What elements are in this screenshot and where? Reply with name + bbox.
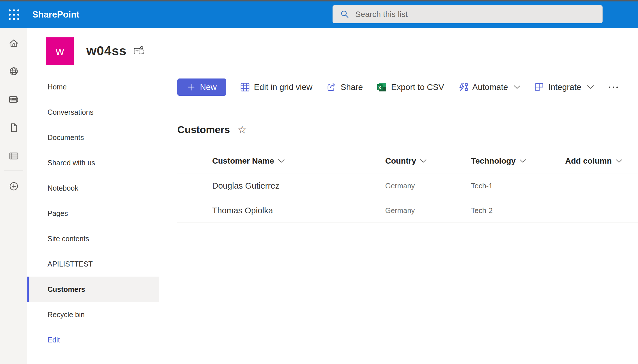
document-icon[interactable] — [8, 122, 19, 133]
search-icon — [340, 10, 350, 19]
sidebar-item-customers[interactable]: Customers — [27, 277, 159, 302]
cell-customer-name[interactable]: Thomas Opiolka — [212, 206, 273, 215]
sidebar-item-site-contents[interactable]: Site contents — [27, 226, 159, 251]
cell-technology: Tech-1 — [471, 181, 493, 190]
table-row[interactable]: Douglas Gutierrez Germany Tech-1 — [177, 173, 638, 198]
site-title[interactable]: w04ss — [86, 43, 127, 58]
site-header: w w04ss — [27, 28, 638, 74]
rail-divider — [4, 170, 23, 171]
sharepoint-logo-text[interactable]: SharePoint — [32, 9, 79, 20]
home-icon[interactable] — [8, 38, 19, 49]
site-logo[interactable]: w — [46, 37, 74, 65]
chevron-down-icon — [519, 159, 526, 163]
favorite-star-icon[interactable]: ☆ — [238, 124, 247, 135]
cell-country: Germany — [385, 181, 415, 190]
sharepoint-list-page: SharePoint w w04ss — [0, 0, 638, 364]
app-launcher-waffle-icon[interactable] — [9, 9, 19, 20]
cell-country: Germany — [385, 206, 415, 214]
add-circle-icon[interactable] — [8, 181, 19, 192]
sidebar-edit-link[interactable]: Edit — [27, 327, 159, 352]
sidebar-item-home[interactable]: Home — [27, 74, 159, 99]
main-content: New Edit in grid view Share — [159, 74, 638, 364]
nav-rail — [0, 28, 27, 364]
automate-icon — [458, 82, 468, 92]
cell-customer-name[interactable]: Douglas Gutierrez — [212, 181, 280, 190]
share-icon — [326, 82, 337, 92]
integrate-button[interactable]: Integrate — [534, 82, 594, 92]
svg-text:X: X — [378, 85, 382, 91]
sidebar-item-shared-with-us[interactable]: Shared with us — [27, 150, 159, 175]
add-column-button[interactable]: Add column — [555, 156, 622, 166]
integrate-icon — [534, 82, 544, 92]
list-icon[interactable] — [8, 150, 19, 161]
list-title: Customers — [177, 124, 230, 135]
column-header-country[interactable]: Country — [385, 156, 427, 166]
automate-button[interactable]: Automate — [458, 82, 521, 92]
export-to-csv-button[interactable]: X Export to CSV — [377, 82, 444, 92]
edit-in-grid-view-button[interactable]: Edit in grid view — [240, 82, 312, 92]
sidebar-item-apilisttest[interactable]: APILISTTEST — [27, 251, 159, 277]
table-header-row: Customer Name Country Technology Add col… — [177, 149, 638, 173]
chevron-down-icon — [616, 159, 622, 163]
column-header-customer-name[interactable]: Customer Name — [212, 156, 285, 166]
sidebar-item-notebook[interactable]: Notebook — [27, 175, 159, 201]
chevron-down-icon — [514, 85, 521, 89]
grid-icon — [240, 82, 250, 92]
list-view: Customers ☆ Customer Name Country Techno… — [177, 101, 638, 223]
plus-icon — [555, 158, 561, 164]
list-table: Customer Name Country Technology Add col… — [177, 149, 638, 223]
teams-icon — [133, 45, 146, 57]
sidebar-item-documents[interactable]: Documents — [27, 125, 159, 150]
more-actions-ellipsis-icon[interactable] — [608, 84, 619, 91]
table-row[interactable]: Thomas Opiolka Germany Tech-2 — [177, 198, 638, 223]
suite-bar: SharePoint — [0, 1, 638, 28]
excel-icon: X — [377, 82, 387, 92]
globe-icon[interactable] — [8, 66, 19, 77]
new-button[interactable]: New — [177, 78, 226, 96]
sidebar-item-conversations[interactable]: Conversations — [27, 99, 159, 125]
sidebar-nav: Home Conversations Documents Shared with… — [27, 74, 159, 364]
chevron-down-icon — [278, 159, 285, 163]
news-icon[interactable] — [8, 94, 19, 105]
share-button[interactable]: Share — [326, 82, 363, 92]
chevron-down-icon — [420, 159, 427, 163]
cell-technology: Tech-2 — [471, 206, 493, 214]
search-box — [333, 5, 603, 23]
column-header-technology[interactable]: Technology — [471, 156, 526, 166]
plus-icon — [187, 83, 195, 91]
command-bar: New Edit in grid view Share — [159, 74, 638, 100]
chevron-down-icon — [587, 85, 594, 89]
sidebar-item-pages[interactable]: Pages — [27, 201, 159, 226]
sidebar-item-recycle-bin[interactable]: Recycle bin — [27, 302, 159, 327]
search-input[interactable] — [355, 10, 586, 19]
